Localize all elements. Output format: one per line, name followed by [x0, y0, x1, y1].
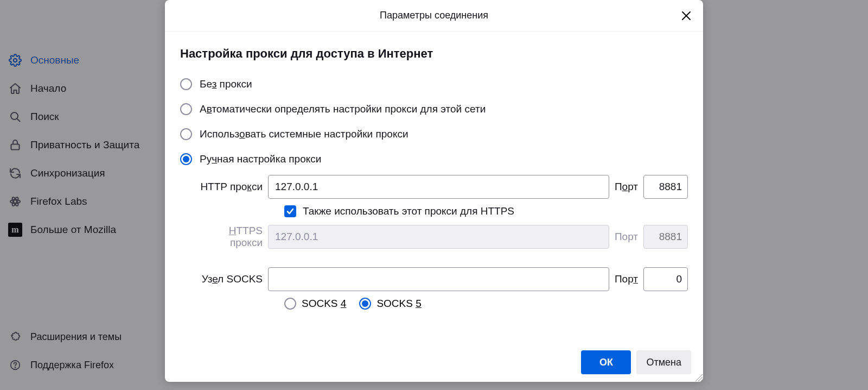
https-proxy-row: HTTPS прокси Порт — [196, 225, 688, 249]
also-use-for-https-label: Также использовать этот прокси для HTTPS — [303, 205, 514, 217]
https-proxy-input — [268, 225, 609, 249]
dialog-header: Параметры соединения — [165, 0, 703, 32]
proxy-option-label: Ручная настройка прокси — [200, 153, 321, 165]
svg-line-14 — [701, 380, 703, 381]
dialog-title: Параметры соединения — [380, 10, 488, 21]
proxy-option-autodetect[interactable]: Автоматически определять настройки прокс… — [180, 97, 688, 122]
proxy-option-none[interactable]: Без прокси — [180, 72, 688, 97]
dialog-footer: ОК Отмена — [165, 343, 703, 382]
http-port-input[interactable] — [643, 175, 688, 199]
socks-version-row: SOCKS 4 SOCKS 5 — [284, 298, 688, 310]
socks-v4-radio[interactable]: SOCKS 4 — [284, 298, 346, 310]
https-proxy-label: HTTPS прокси — [196, 225, 263, 249]
socks-host-label: Узел SOCKS — [196, 273, 263, 285]
http-port-label: Порт — [615, 181, 638, 193]
socks-v5-radio[interactable]: SOCKS 5 — [359, 298, 421, 310]
manual-proxy-form: HTTP прокси Порт Также использовать этот… — [196, 175, 688, 310]
ok-button[interactable]: ОК — [581, 350, 631, 374]
radio-icon — [180, 153, 192, 165]
socks-host-row: Узел SOCKS Порт — [196, 267, 688, 291]
https-port-label: Порт — [615, 231, 638, 243]
socks-port-label: Порт — [615, 273, 638, 285]
resize-handle[interactable] — [693, 372, 703, 382]
socks-host-input[interactable] — [268, 267, 609, 291]
proxy-option-manual[interactable]: Ручная настройка прокси — [180, 147, 688, 172]
http-proxy-label: HTTP прокси — [196, 181, 263, 193]
also-use-for-https-checkbox[interactable]: Также использовать этот прокси для HTTPS — [284, 205, 688, 217]
radio-icon — [284, 298, 296, 310]
connection-settings-dialog: Параметры соединения Настройка прокси дл… — [165, 0, 703, 382]
radio-icon — [180, 78, 192, 90]
socks-port-input[interactable] — [643, 267, 688, 291]
close-button[interactable] — [678, 8, 694, 24]
proxy-option-label: Без прокси — [200, 78, 252, 90]
http-proxy-input[interactable] — [268, 175, 609, 199]
proxy-option-label: Использовать системные настройки прокси — [200, 128, 409, 140]
socks-v4-label: SOCKS 4 — [302, 298, 346, 310]
radio-icon — [359, 298, 371, 310]
proxy-option-system[interactable]: Использовать системные настройки прокси — [180, 122, 688, 147]
radio-icon — [180, 128, 192, 140]
proxy-option-label: Автоматически определять настройки прокс… — [200, 103, 486, 115]
socks-v5-label: SOCKS 5 — [376, 298, 421, 310]
https-port-input — [643, 225, 688, 249]
radio-icon — [180, 103, 192, 115]
dialog-body[interactable]: Настройка прокси для доступа в Интернет … — [165, 32, 703, 343]
section-title: Настройка прокси для доступа в Интернет — [180, 47, 688, 61]
checkbox-checked-icon — [284, 205, 296, 217]
cancel-button[interactable]: Отмена — [636, 350, 691, 374]
http-proxy-row: HTTP прокси Порт — [196, 175, 688, 199]
